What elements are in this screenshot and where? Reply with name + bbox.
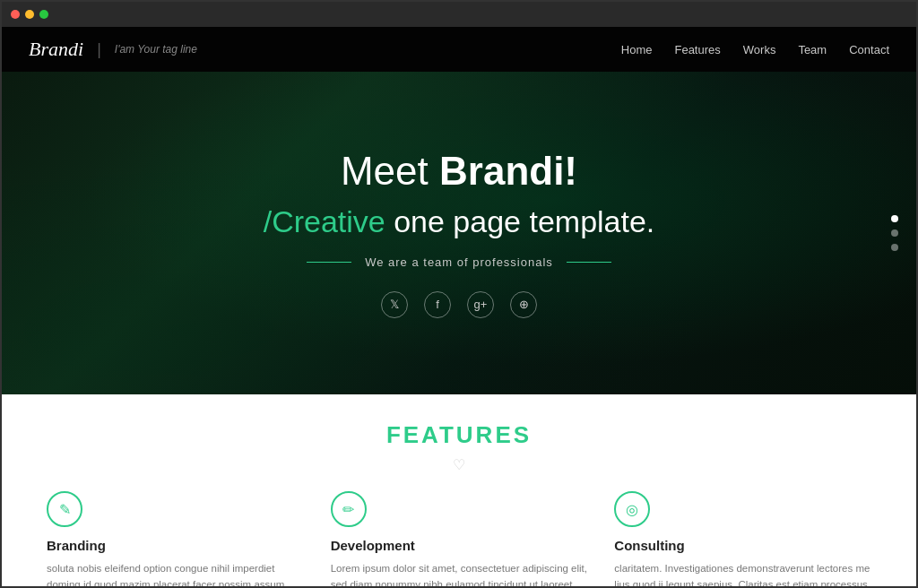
navbar-left: Brandi | I'am Your tag line [29, 38, 197, 61]
features-heart: ♡ [47, 456, 871, 473]
feature-consulting-icon-wrap: ◎ [614, 491, 650, 527]
hero-content: Meet Brandi! /Creative one page template… [264, 148, 655, 318]
hero-title-bold: Brandi! [439, 149, 577, 193]
nav-works[interactable]: Works [743, 43, 776, 56]
feature-development-desc: Lorem ipsum dolor sit amet, consectetuer… [331, 560, 588, 586]
minimize-dot[interactable] [25, 10, 34, 19]
feature-branding-desc: soluta nobis eleifend option congue nihi… [47, 560, 304, 586]
hero-dots [891, 215, 898, 251]
close-dot[interactable] [11, 10, 20, 19]
consulting-icon: ◎ [626, 501, 638, 518]
social-googleplus[interactable]: g+ [467, 291, 494, 318]
maximize-dot[interactable] [39, 10, 48, 19]
feature-consulting: ◎ Consulting claritatem. Investigationes… [614, 491, 871, 586]
hero-line-right [567, 262, 611, 263]
social-twitter[interactable]: 𝕏 [381, 291, 408, 318]
nav-team[interactable]: Team [798, 43, 827, 56]
page-frame: Brandi | I'am Your tag line Home Feature… [0, 0, 918, 588]
hero-title-start: Meet [341, 149, 439, 193]
brand-divider: | [97, 40, 101, 59]
hero-section: Meet Brandi! /Creative one page template… [2, 72, 916, 394]
features-section: FEATURES ♡ ✎ Branding soluta nobis eleif… [2, 394, 916, 586]
hero-dot-3[interactable] [891, 244, 898, 251]
nav-contact[interactable]: Contact [849, 43, 889, 56]
feature-branding: ✎ Branding soluta nobis eleifend option … [47, 491, 304, 586]
feature-development-name: Development [331, 538, 588, 553]
social-facebook[interactable]: f [424, 291, 451, 318]
nav-features[interactable]: Features [674, 43, 720, 56]
hero-dot-2[interactable] [891, 229, 898, 237]
hero-title: Meet Brandi! [264, 148, 655, 195]
website-content: Brandi | I'am Your tag line Home Feature… [2, 27, 916, 586]
hero-tagline-wrap: We are a team of professionals [264, 255, 655, 269]
navbar: Brandi | I'am Your tag line Home Feature… [2, 27, 916, 72]
nav-home[interactable]: Home [621, 43, 653, 56]
feature-branding-name: Branding [47, 538, 304, 553]
development-icon: ✏ [342, 501, 354, 518]
brand-tagline: I'am Your tag line [115, 43, 197, 56]
features-title: FEATURES [47, 421, 871, 449]
hero-line-left [307, 262, 351, 263]
features-header: FEATURES ♡ [47, 421, 871, 473]
navbar-right: Home Features Works Team Contact [621, 43, 889, 56]
browser-bar [2, 2, 916, 27]
feature-development-icon-wrap: ✏ [331, 491, 367, 527]
brand-logo[interactable]: Brandi [29, 38, 83, 61]
hero-dot-1[interactable] [891, 215, 898, 222]
feature-development: ✏ Development Lorem ipsum dolor sit amet… [331, 491, 588, 586]
branding-icon: ✎ [59, 501, 71, 518]
feature-consulting-name: Consulting [614, 538, 871, 553]
social-other[interactable]: ⊕ [510, 291, 537, 318]
hero-subtitle-accent: /Creative [264, 204, 385, 238]
hero-subtitle: /Creative one page template. [264, 204, 655, 239]
hero-social: 𝕏 f g+ ⊕ [264, 291, 655, 318]
feature-branding-icon-wrap: ✎ [47, 491, 82, 527]
hero-subtitle-rest: one page template. [385, 204, 655, 238]
feature-consulting-desc: claritatem. Investigationes demonstraver… [614, 560, 871, 586]
hero-tagline: We are a team of professionals [365, 255, 553, 269]
features-grid: ✎ Branding soluta nobis eleifend option … [47, 491, 871, 586]
